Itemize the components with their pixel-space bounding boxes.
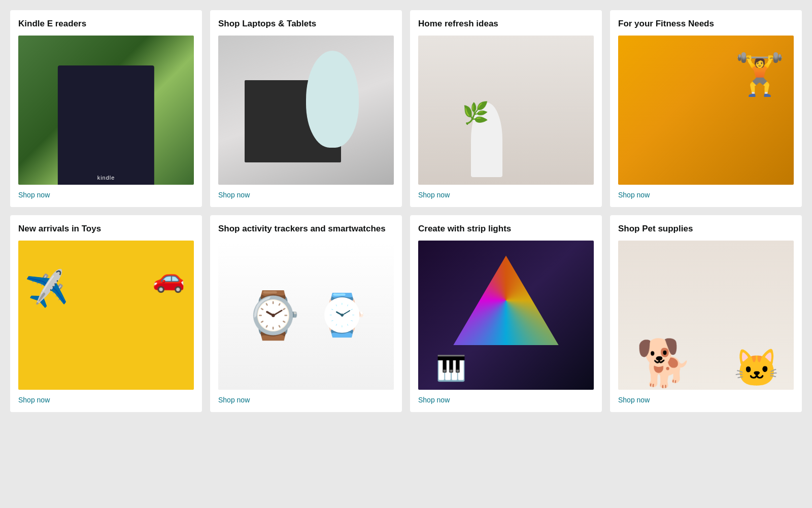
shop-now-laptops[interactable]: Shop now	[218, 191, 394, 199]
card-title-home: Home refresh ideas	[418, 18, 594, 29]
card-image-pets	[618, 241, 794, 390]
card-title-kindle: Kindle E readers	[18, 18, 194, 29]
card-fitness: For your Fitness NeedsShop now	[610, 10, 802, 207]
card-title-lights: Create with strip lights	[418, 223, 594, 234]
card-title-laptops: Shop Laptops & Tablets	[218, 18, 394, 29]
card-toys: New arrivals in ToysShop now	[10, 215, 202, 412]
shop-now-fitness[interactable]: Shop now	[618, 191, 794, 199]
card-image-home	[418, 36, 594, 185]
shop-now-home[interactable]: Shop now	[418, 191, 594, 199]
card-image-watches	[218, 241, 394, 390]
card-image-toys	[18, 241, 194, 390]
card-home: Home refresh ideasShop now	[410, 10, 602, 207]
card-title-fitness: For your Fitness Needs	[618, 18, 794, 29]
card-image-laptops	[218, 36, 394, 185]
shop-now-toys[interactable]: Shop now	[18, 396, 194, 404]
card-image-kindle	[18, 36, 194, 185]
card-kindle: Kindle E readersShop now	[10, 10, 202, 207]
card-laptops: Shop Laptops & TabletsShop now	[210, 10, 402, 207]
shop-now-lights[interactable]: Shop now	[418, 396, 594, 404]
card-image-fitness	[618, 36, 794, 185]
card-title-toys: New arrivals in Toys	[18, 223, 194, 234]
card-lights: Create with strip lightsShop now	[410, 215, 602, 412]
card-image-lights	[418, 241, 594, 390]
card-title-watches: Shop activity trackers and smartwatches	[218, 223, 394, 234]
card-pets: Shop Pet suppliesShop now	[610, 215, 802, 412]
shop-now-watches[interactable]: Shop now	[218, 396, 394, 404]
shop-now-kindle[interactable]: Shop now	[18, 191, 194, 199]
shop-now-pets[interactable]: Shop now	[618, 396, 794, 404]
product-grid: Kindle E readersShop nowShop Laptops & T…	[10, 10, 802, 412]
card-title-pets: Shop Pet supplies	[618, 223, 794, 234]
card-watches: Shop activity trackers and smartwatchesS…	[210, 215, 402, 412]
